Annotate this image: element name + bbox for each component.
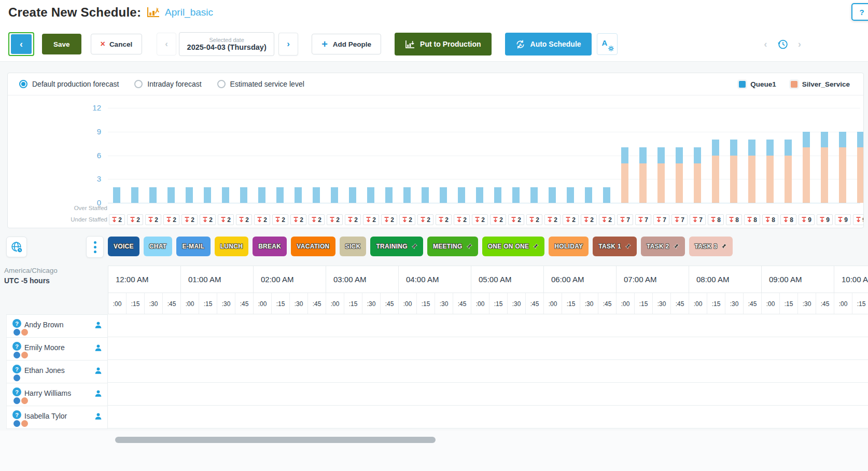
forecast-option[interactable]: Intraday forecast [134,80,201,88]
activity-tag-training[interactable]: TRAINING [370,237,423,256]
back-button[interactable]: ‹ [11,34,32,54]
time-quarter-cell: :45 [308,293,326,314]
under-staffed-cell: 8 [762,214,778,225]
employee-row[interactable]: ?Ethan Jones [6,361,108,383]
employee-name: Ethan Jones [24,366,65,375]
schedule-row[interactable] [108,314,868,337]
legend-item[interactable]: Queue1 [739,80,776,88]
question-icon[interactable]: ? [12,319,21,328]
queue1-bar-segment [313,187,320,203]
activity-tag-vacation[interactable]: VACATION [291,237,335,256]
schedule-name-link[interactable]: April_basic [165,7,213,18]
person-icon[interactable] [94,367,102,375]
cancel-button[interactable]: × Cancel [91,34,143,54]
history-icon[interactable] [777,38,789,50]
help-icon[interactable]: ? [851,3,868,21]
activity-tag-voice[interactable]: VOICE [108,237,139,256]
y-axis-tick: 9 [39,127,101,136]
forecast-option[interactable]: Default production forecast [19,80,119,88]
status-dot-orange [21,420,28,427]
silver-service-bar-segment [676,163,683,203]
queue1-bar-segment [803,132,810,148]
activity-tag-break[interactable]: BREAK [253,237,287,256]
under-staffed-value: 8 [735,216,739,224]
time-quarter-cell: :00 [834,293,852,314]
person-icon-button[interactable] [94,367,102,375]
person-icon-button[interactable] [94,412,102,420]
question-icon[interactable]: ? [12,342,21,351]
forecast-option[interactable]: Estimated service level [217,80,304,88]
person-icon[interactable] [94,412,102,420]
activity-tag-task-3[interactable]: TASK 3 [689,237,733,256]
silver-service-bar-segment [730,156,737,203]
under-staffed-cell: 2 [581,214,597,225]
under-staffed-arrow-icon [566,217,570,223]
schedule-row[interactable] [108,337,868,360]
activity-tag-task-1[interactable]: TASK 1 [593,237,637,256]
under-staffed-arrow-icon [439,217,443,223]
silver-service-bar-segment [657,163,665,203]
person-icon-button[interactable] [94,344,102,352]
under-staffed-arrow-icon [529,217,534,223]
time-quarter-cell: :00 [762,293,780,314]
timezone-button[interactable] [6,237,27,257]
person-icon-button[interactable] [94,321,102,329]
forecast-bar [349,187,356,203]
person-icon[interactable] [94,390,102,397]
next-date-button[interactable]: › [278,33,298,56]
auto-schedule-button[interactable]: A Auto Schedule [505,33,592,56]
gridline [108,203,860,203]
under-staffed-cell: 2 [236,214,252,225]
forecast-bar [603,187,610,203]
under-staffed-cell: 2 [254,214,270,225]
person-icon-button[interactable] [94,390,102,397]
activity-tag-e-mail[interactable]: E-MAIL [176,237,210,256]
person-icon[interactable] [94,321,102,329]
queue1-bar-segment [167,187,175,203]
time-quarter-cell: :30 [653,293,671,314]
activity-tag-task-2[interactable]: TASK 2 [641,237,685,256]
activity-tag-sick[interactable]: SICK [340,237,367,256]
employee-row[interactable]: ?Emily Moore [6,338,108,361]
history-next-chevron[interactable]: › [798,38,801,50]
person-icon[interactable] [94,344,102,352]
activity-tag-holiday[interactable]: HOLIDAY [549,237,589,256]
plus-icon: + [321,38,328,50]
toolbar: ‹ Save × Cancel ‹ Selected date 2025-04-… [8,32,868,56]
under-staffed-value: 2 [354,216,358,224]
employee-row[interactable]: ?Isabella Tylor [6,406,108,429]
more-options-button[interactable] [86,236,104,258]
legend-item[interactable]: Silver_Service [791,80,850,88]
question-icon[interactable]: ? [12,365,21,373]
put-to-production-button[interactable]: Put to Production [395,33,491,56]
schedule-row[interactable] [108,383,868,406]
radio-button[interactable] [19,80,27,88]
save-button[interactable]: Save [42,34,81,54]
horizontal-scrollbar-thumb[interactable] [115,437,436,443]
under-staffed-arrow-icon [493,217,498,223]
time-quarter-cell: :00 [181,293,199,314]
activity-tag-lunch[interactable]: LUNCH [215,237,249,256]
under-staffed-arrow-icon [366,217,371,223]
activity-tag-meeting[interactable]: MEETING [427,237,478,256]
schedule-row[interactable] [108,360,868,383]
forecast-option-label: Default production forecast [32,80,119,88]
under-staffed-arrow-icon [711,217,716,223]
question-icon[interactable]: ? [12,387,21,396]
activity-tag-one-on-one[interactable]: ONE ON ONE [482,237,545,256]
selected-date-box[interactable]: Selected date 2025-04-03 (Thursday) [179,32,274,56]
question-icon[interactable]: ? [12,410,21,419]
employee-row[interactable]: ?Harry Williams [6,383,108,406]
history-prev-chevron[interactable]: ‹ [764,38,767,50]
schedule-row[interactable] [108,406,868,428]
time-hour-cell: 06:00 AM [544,266,617,293]
radio-button[interactable] [134,80,143,88]
status-dot-orange [21,352,28,358]
auto-schedule-settings-button[interactable]: A [597,33,618,55]
employee-row[interactable]: ?Andy Brown [6,315,108,338]
forecast-bar [657,147,665,203]
radio-button[interactable] [217,80,226,88]
previous-date-button[interactable]: ‹ [157,33,176,56]
activity-tag-chat[interactable]: CHAT [144,237,173,256]
add-people-button[interactable]: + Add People [312,34,381,54]
